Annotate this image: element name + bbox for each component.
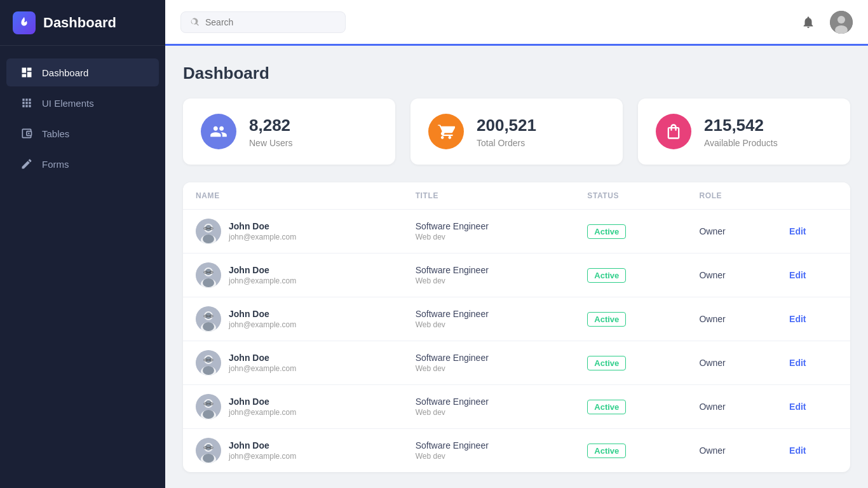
title-sub-0: Web dev [416,233,562,241]
users-stat-icon [201,114,236,149]
user-avatar-icon [830,11,853,34]
user-email-2: john@example.com [229,320,296,329]
avatar-image-0 [196,219,221,244]
search-icon [190,17,200,27]
user-avatar-0 [196,219,221,244]
user-avatar-3 [196,350,221,376]
user-name-4: John Doe [229,396,296,407]
col-title: TITLE [403,182,575,210]
role-cell-4: Owner [686,385,776,429]
sidebar-item-dashboard[interactable]: Dashboard [6,58,159,86]
stat-card-users: 8,282 New Users [183,98,395,165]
role-cell-0: Owner [686,210,776,254]
title-main-2: Software Engineer [416,309,562,319]
stat-card-orders: 200,521 Total Orders [410,98,623,165]
svg-point-2 [837,16,845,24]
status-badge-1: Active [587,268,626,283]
title-sub-2: Web dev [416,320,562,329]
edit-button-2[interactable]: Edit [789,314,806,324]
status-cell-3: Active [574,341,686,385]
users-stat-info: 8,282 New Users [249,116,292,148]
products-stat-info: 215,542 Available Products [704,116,778,148]
table-row: John Doe john@example.com Software Engin… [183,254,850,297]
search-input[interactable] [205,17,336,27]
title-sub-4: Web dev [416,408,562,417]
dashboard-icon [20,66,33,79]
orders-stat-icon [428,114,464,149]
sidebar-item-tables-label: Tables [42,128,69,139]
status-cell-0: Active [574,210,686,254]
user-email-0: john@example.com [229,233,296,241]
table-row: John Doe john@example.com Software Engin… [183,297,850,341]
sidebar-item-tables[interactable]: Tables [6,119,159,147]
edit-button-5[interactable]: Edit [789,445,806,456]
user-cell-0: John Doe john@example.com [183,210,403,254]
title-sub-3: Web dev [416,364,562,373]
sidebar-title: Dashboard [43,15,116,31]
edit-button-1[interactable]: Edit [789,270,806,280]
status-badge-3: Active [587,356,626,370]
title-cell-2: Software Engineer Web dev [403,297,575,341]
orders-stat-value: 200,521 [477,116,536,135]
user-cell-2: John Doe john@example.com [183,297,403,341]
col-status: STATUS [574,182,686,210]
sidebar-nav: Dashboard UI Elements Tables [0,46,165,191]
table-body: John Doe john@example.com Software Engin… [183,210,850,473]
avatar-image-4 [196,394,221,419]
user-name-5: John Doe [229,440,296,451]
bell-button[interactable] [797,11,820,34]
svg-point-48 [203,454,214,463]
user-avatar-5 [196,438,221,463]
stat-card-products: 215,542 Available Products [638,98,850,165]
svg-point-8 [203,234,214,243]
main-area: Dashboard 8,282 New Users [165,0,868,488]
user-avatar-2 [196,306,221,332]
table-row: John Doe john@example.com Software Engin… [183,341,850,385]
products-stat-icon [656,114,691,149]
user-name-1: John Doe [229,265,296,275]
stats-row: 8,282 New Users 200,521 Total Orders [183,98,850,165]
title-sub-5: Web dev [416,452,562,461]
sidebar-item-forms[interactable]: Forms [6,150,159,178]
edit-button-0[interactable]: Edit [789,226,806,236]
role-cell-5: Owner [686,429,776,473]
svg-point-0 [28,133,30,135]
status-cell-2: Active [574,297,686,341]
user-name-3: John Doe [229,353,296,363]
user-cell-4: John Doe john@example.com [183,385,403,429]
table-row: John Doe john@example.com Software Engin… [183,385,850,429]
orders-stat-label: Total Orders [477,138,536,148]
form-icon [20,158,33,170]
grid-icon [20,97,33,109]
title-cell-0: Software Engineer Web dev [403,210,575,254]
user-avatar-4 [196,394,221,419]
user-cell-3: John Doe john@example.com [183,341,403,385]
edit-button-3[interactable]: Edit [789,358,806,368]
sidebar-item-ui-elements-label: UI Elements [42,98,94,109]
sidebar-item-ui-elements[interactable]: UI Elements [6,89,159,117]
content: Dashboard 8,282 New Users [165,46,868,488]
user-name-0: John Doe [229,221,296,231]
avatar-image-5 [196,438,221,463]
status-badge-5: Active [587,444,626,458]
user-email-3: john@example.com [229,364,296,373]
sidebar-logo [13,11,36,34]
users-stat-label: New Users [249,138,292,148]
edit-button-4[interactable]: Edit [789,402,806,412]
action-cell-0: Edit [776,210,850,254]
title-cell-4: Software Engineer Web dev [403,385,575,429]
table-section: NAME TITLE STATUS ROLE [183,182,850,472]
title-cell-5: Software Engineer Web dev [403,429,575,473]
header-avatar[interactable] [830,11,853,34]
user-cell-1: John Doe john@example.com [183,254,403,297]
search-box[interactable] [180,11,346,33]
role-cell-1: Owner [686,254,776,297]
action-cell-5: Edit [776,429,850,473]
sidebar: Dashboard Dashboard UI Elements [0,0,165,488]
status-cell-1: Active [574,254,686,297]
title-main-3: Software Engineer [416,353,562,363]
col-role: ROLE [686,182,776,210]
status-badge-4: Active [587,400,626,414]
table-row: John Doe john@example.com Software Engin… [183,210,850,254]
data-table: NAME TITLE STATUS ROLE [183,182,850,472]
